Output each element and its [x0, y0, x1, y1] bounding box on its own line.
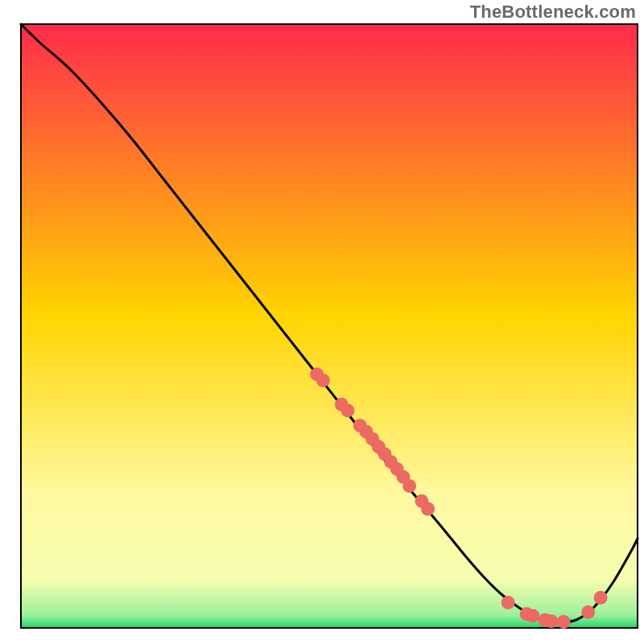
data-point	[421, 502, 435, 516]
data-point	[402, 479, 416, 493]
data-point	[544, 614, 558, 628]
bottleneck-chart	[0, 0, 644, 644]
data-point	[526, 609, 539, 623]
data-point	[502, 596, 515, 609]
data-point	[557, 615, 571, 629]
data-point	[594, 591, 608, 605]
data-point	[341, 404, 354, 418]
data-point	[581, 605, 595, 619]
data-point	[316, 374, 330, 387]
plot-background	[21, 24, 638, 628]
chart-container: TheBottleneck.com	[0, 0, 644, 644]
